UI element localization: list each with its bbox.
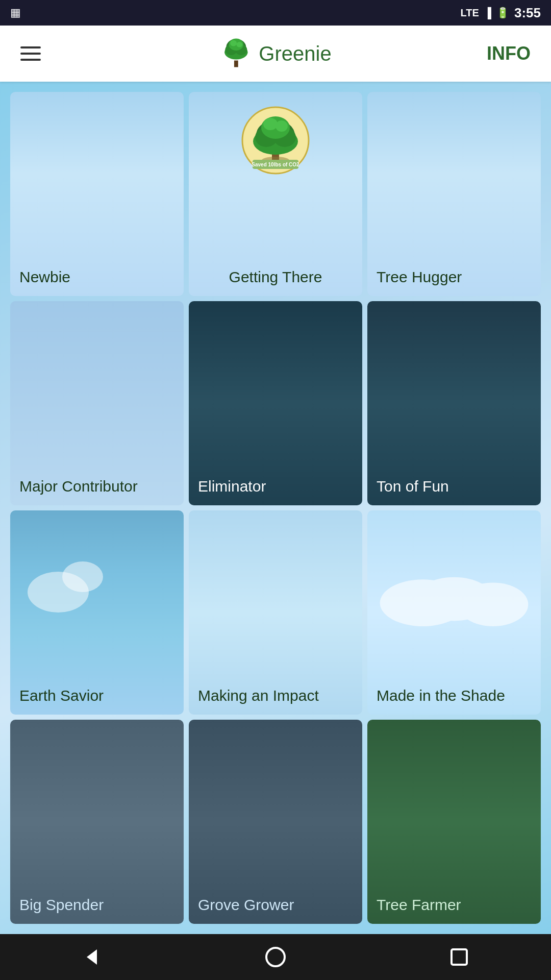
back-button[interactable] [74, 939, 110, 975]
recent-apps-icon [446, 944, 472, 970]
battery-icon: 🔋 [496, 7, 509, 19]
badge-grid: Newbie Saved 10lbs of CO2 Getting There … [0, 82, 551, 934]
cloud-decoration-2 [62, 561, 103, 592]
badge-label-big-spender: Big Spender [19, 895, 174, 915]
menu-button[interactable] [15, 41, 46, 66]
badge-label-ton-of-fun: Ton of Fun [377, 476, 532, 496]
badge-label-tree-farmer: Tree Farmer [377, 895, 532, 915]
svg-marker-23 [87, 949, 97, 965]
cloud-swirl-icon [376, 572, 532, 634]
logo-tree-icon [219, 37, 253, 70]
home-icon [263, 944, 288, 970]
app-logo: Greenie [219, 37, 331, 70]
svg-rect-0 [234, 60, 238, 67]
badge-card-earth-savior[interactable]: Earth Savior [10, 510, 184, 715]
badge-card-tree-farmer[interactable]: Tree Farmer [367, 720, 541, 924]
svg-point-7 [236, 42, 242, 47]
badge-label-newbie: Newbie [19, 267, 174, 287]
badge-card-big-spender[interactable]: Big Spender [10, 720, 184, 924]
signal-icon: ▐ [484, 7, 491, 19]
svg-point-19 [276, 120, 288, 132]
app-name: Greenie [259, 42, 331, 65]
svg-point-22 [458, 582, 529, 626]
badge-label-tree-hugger: Tree Hugger [377, 267, 532, 287]
badge-card-made-in-the-shade[interactable]: Made in the Shade [367, 510, 541, 715]
badge-label-major-contributor: Major Contributor [19, 476, 174, 496]
svg-text:Saved 10lbs of CO2: Saved 10lbs of CO2 [252, 162, 299, 167]
menu-line-3 [20, 59, 41, 61]
svg-point-24 [266, 948, 285, 966]
badge-card-getting-there[interactable]: Saved 10lbs of CO2 Getting There [189, 92, 362, 296]
badge-label-grove-grower: Grove Grower [198, 895, 353, 915]
badge-card-newbie[interactable]: Newbie [10, 92, 184, 296]
recent-apps-button[interactable] [441, 939, 477, 975]
notification-icon: ▦ [10, 6, 21, 19]
badge-label-eliminator: Eliminator [198, 476, 353, 496]
menu-line-2 [20, 53, 41, 55]
badge-card-ton-of-fun[interactable]: Ton of Fun [367, 301, 541, 505]
network-indicator: LTE [460, 7, 479, 19]
time-display: 3:55 [514, 5, 541, 21]
home-button[interactable] [258, 939, 293, 975]
badge-card-eliminator[interactable]: Eliminator [189, 301, 362, 505]
status-right: LTE ▐ 🔋 3:55 [460, 5, 541, 21]
status-bar: ▦ LTE ▐ 🔋 3:55 [0, 0, 551, 26]
navigation-bar [0, 934, 551, 980]
svg-rect-25 [452, 949, 467, 965]
badge-label-getting-there: Getting There [229, 267, 322, 287]
getting-there-badge-icon: Saved 10lbs of CO2 [240, 105, 311, 176]
badge-label-earth-savior: Earth Savior [19, 685, 174, 705]
back-icon [79, 944, 105, 970]
status-left: ▦ [10, 6, 21, 19]
badge-card-grove-grower[interactable]: Grove Grower [189, 720, 362, 924]
info-button[interactable]: INFO [482, 38, 536, 69]
menu-line-1 [20, 46, 41, 48]
app-header: Greenie INFO [0, 26, 551, 82]
badge-label-making-an-impact: Making an Impact [198, 685, 353, 705]
badge-card-tree-hugger[interactable]: Tree Hugger [367, 92, 541, 296]
svg-point-18 [263, 118, 278, 130]
badge-card-making-an-impact[interactable]: Making an Impact [189, 510, 362, 715]
badge-card-major-contributor[interactable]: Major Contributor [10, 301, 184, 505]
svg-point-6 [230, 40, 237, 46]
badge-label-made-in-the-shade: Made in the Shade [377, 685, 532, 705]
